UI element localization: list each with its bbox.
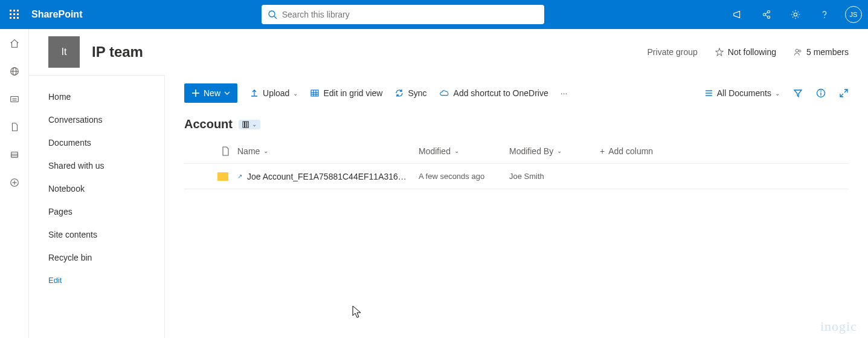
info-button[interactable] <box>816 88 826 98</box>
svg-point-17 <box>824 17 825 18</box>
filter-button[interactable] <box>793 88 803 98</box>
search-box[interactable] <box>262 5 544 24</box>
nav-pages[interactable]: Pages <box>29 200 164 223</box>
site-logo[interactable]: It <box>48 36 80 68</box>
chevron-down-icon: ⌄ <box>252 121 257 128</box>
rail-home-icon[interactable] <box>8 37 21 50</box>
upload-label: Upload <box>263 88 289 98</box>
add-shortcut-button[interactable]: Add shortcut to OneDrive <box>439 88 548 98</box>
row-modified: A few seconds ago <box>419 172 484 181</box>
column-header-modified-label: Modified <box>419 146 451 156</box>
svg-line-15 <box>765 15 768 17</box>
column-header-name-label: Name <box>237 146 260 156</box>
rail-file-icon[interactable] <box>8 121 21 133</box>
brand-label[interactable]: SharePoint <box>31 9 82 20</box>
help-icon[interactable] <box>810 0 839 29</box>
svg-rect-3 <box>10 13 11 15</box>
members-button[interactable]: 5 members <box>793 47 849 57</box>
shortcut-badge-icon: ↗ <box>237 173 242 180</box>
svg-point-9 <box>269 11 275 17</box>
follow-label: Not following <box>728 47 776 57</box>
table-row[interactable]: ↗ Joe Account_FE1A75881C44EF11A316002… A… <box>184 164 849 189</box>
add-column-button[interactable]: + Add column <box>600 146 653 156</box>
nav-site-contents[interactable]: Site contents <box>29 223 164 246</box>
upload-button[interactable]: Upload ⌄ <box>249 88 298 98</box>
svg-point-31 <box>799 50 801 52</box>
svg-rect-7 <box>13 17 15 19</box>
svg-rect-4 <box>13 13 15 15</box>
nav-notebook[interactable]: Notebook <box>29 177 164 200</box>
nav-documents[interactable]: Documents <box>29 131 164 154</box>
nav-conversations[interactable]: Conversations <box>29 108 164 131</box>
row-modified-by: Joe Smith <box>509 172 544 181</box>
filter-icon <box>793 88 803 98</box>
share-icon[interactable] <box>752 0 781 29</box>
nav-edit[interactable]: Edit <box>29 269 164 291</box>
nav-home[interactable]: Home <box>29 85 164 108</box>
nav-shared-with-us[interactable]: Shared with us <box>29 154 164 177</box>
svg-rect-21 <box>10 97 18 102</box>
new-button[interactable]: New <box>184 83 237 103</box>
follow-button[interactable]: Not following <box>715 47 776 57</box>
settings-gear-icon[interactable] <box>781 0 810 29</box>
svg-line-14 <box>765 12 768 14</box>
info-icon <box>816 88 826 98</box>
svg-point-11 <box>763 13 765 16</box>
svg-point-13 <box>768 16 770 19</box>
svg-point-12 <box>768 11 770 13</box>
new-label: New <box>204 88 220 98</box>
list-view-icon <box>704 88 713 98</box>
grid-icon <box>310 88 320 98</box>
add-column-label: Add column <box>608 146 653 156</box>
sync-label: Sync <box>408 88 426 98</box>
folder-icon <box>217 172 228 181</box>
column-header-modified-by-label: Modified By <box>509 146 553 156</box>
more-button[interactable]: ··· <box>561 88 568 98</box>
plus-icon: + <box>600 146 605 156</box>
svg-rect-6 <box>10 17 11 19</box>
site-title[interactable]: IP team <box>92 44 143 60</box>
account-avatar[interactable]: JS <box>839 0 868 29</box>
members-label: 5 members <box>806 47 849 57</box>
column-header-type[interactable] <box>213 146 237 156</box>
row-name[interactable]: Joe Account_FE1A75881C44EF11A316002… <box>247 172 410 181</box>
svg-point-44 <box>820 91 821 92</box>
svg-point-30 <box>796 49 799 52</box>
column-picker[interactable]: ⌄ <box>239 120 260 129</box>
svg-line-10 <box>274 16 277 19</box>
plus-icon <box>191 89 200 97</box>
rail-news-icon[interactable] <box>8 93 21 105</box>
file-icon <box>221 146 230 156</box>
megaphone-icon[interactable] <box>723 0 752 29</box>
chevron-down-icon: ⌄ <box>454 148 459 154</box>
column-header-name[interactable]: Name ⌄ <box>237 146 419 156</box>
edit-grid-button[interactable]: Edit in grid view <box>310 88 382 98</box>
sync-button[interactable]: Sync <box>394 88 426 98</box>
onedrive-icon <box>439 89 450 97</box>
rail-add-icon[interactable] <box>8 177 21 189</box>
ellipsis-icon: ··· <box>561 88 568 98</box>
expand-icon <box>839 88 849 98</box>
edit-grid-label: Edit in grid view <box>323 88 382 98</box>
avatar-initials: JS <box>845 6 862 23</box>
column-header-modified-by[interactable]: Modified By ⌄ <box>509 146 600 156</box>
svg-rect-45 <box>243 122 245 128</box>
library-title[interactable]: Account <box>184 117 233 131</box>
nav-recycle-bin[interactable]: Recycle bin <box>29 246 164 269</box>
rail-list-icon[interactable] <box>8 149 21 161</box>
view-selector[interactable]: All Documents ⌄ <box>704 88 780 98</box>
svg-rect-0 <box>10 10 11 11</box>
svg-rect-5 <box>17 13 19 15</box>
chevron-down-icon: ⌄ <box>775 90 780 97</box>
svg-rect-1 <box>13 10 15 11</box>
search-input[interactable] <box>282 10 538 19</box>
site-privacy: Private group <box>648 47 698 57</box>
sync-icon <box>394 88 404 98</box>
svg-rect-8 <box>17 17 19 19</box>
column-header-modified[interactable]: Modified ⌄ <box>419 146 509 156</box>
star-icon <box>715 47 724 57</box>
rail-globe-icon[interactable] <box>8 65 21 77</box>
app-launcher[interactable] <box>0 0 29 29</box>
svg-rect-34 <box>311 90 318 96</box>
expand-button[interactable] <box>839 88 849 98</box>
